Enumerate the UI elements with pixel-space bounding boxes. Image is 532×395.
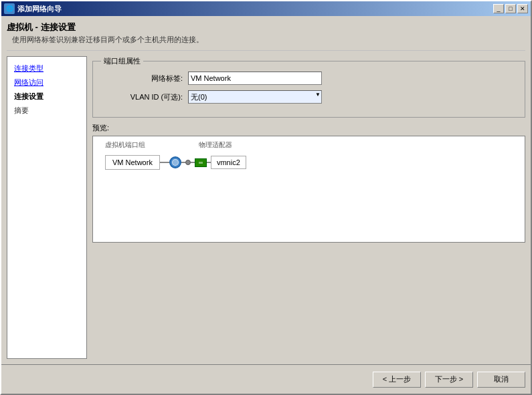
sidebar-item-summary: 摘要 [11,104,82,117]
preview-headers: 虚拟机端口组 物理适配器 [97,140,521,150]
separator [7,50,525,51]
network-icon-inner [172,159,179,166]
vlan-id-row: VLAN ID (可选): 无(0) 1 2 3 [101,90,517,104]
main-window: 🌐 添加网络向导 _ □ ✕ 虚拟机 - 连接设置 使用网络标签识别兼容迁移目两… [0,0,532,395]
preview-section: 预览: 虚拟机端口组 物理适配器 VM Network [92,123,525,359]
vlan-id-label: VLAN ID (可选): [101,92,188,102]
sidebar-item-connection-type[interactable]: 连接类型 [11,62,82,75]
preview-box: 虚拟机端口组 物理适配器 VM Network [92,136,525,243]
next-button[interactable]: 下一步 > [425,372,473,388]
page-title: 虚拟机 - 连接设置 [7,21,525,33]
network-icon [169,156,181,168]
title-bar-text: 🌐 添加网络向导 [4,3,62,14]
maximize-button[interactable]: □ [505,4,516,13]
sidebar: 连接类型 网络访问 连接设置 摘要 [7,56,87,359]
cancel-button[interactable]: 取消 [477,372,525,388]
page-subtitle: 使用网络标签识别兼容迁移目两个或多个主机共用的连接。 [12,35,525,45]
sidebar-item-connection-settings[interactable]: 连接设置 [11,90,82,103]
network-label-row: 网络标签: [101,72,517,85]
vm-group-name: VM Network [112,158,153,166]
connector-dot [185,160,191,165]
network-label-input[interactable] [188,72,322,85]
nic-icon [195,158,207,167]
window-icon: 🌐 [4,3,15,14]
vlan-id-select-wrapper: 无(0) 1 2 3 [188,90,322,104]
footer: < 上一步 下一步 > 取消 [1,364,531,394]
preview-label: 预览: [92,123,525,133]
preview-col-vm: 虚拟机端口组 [105,140,199,150]
phys-adapter-name: vmnic2 [217,158,240,166]
phys-adapter-box: vmnic2 [211,156,246,169]
network-label-label: 网络标签: [101,74,188,84]
port-group-legend: 端口组属性 [101,56,143,66]
header-section: 虚拟机 - 连接设置 使用网络标签识别兼容迁移目两个或多个主机共用的连接。 [7,21,525,45]
vlan-id-select[interactable]: 无(0) 1 2 3 [188,90,322,104]
right-panel: 端口组属性 网络标签: VLAN ID (可选): [87,56,525,359]
preview-diagram: VM Network [97,152,521,172]
content-area: 虚拟机 - 连接设置 使用网络标签识别兼容迁移目两个或多个主机共用的连接。 连接… [1,16,531,364]
title-bar: 🌐 添加网络向导 _ □ ✕ [1,1,531,16]
sidebar-item-network-access[interactable]: 网络访问 [11,76,82,89]
close-button[interactable]: ✕ [517,4,528,13]
port-group-fieldset: 端口组属性 网络标签: VLAN ID (可选): [92,56,525,118]
nic-icon-inner [199,162,203,164]
connector-line-1 [160,162,169,163]
title-bar-buttons: _ □ ✕ [493,4,528,13]
minimize-button[interactable]: _ [493,4,504,13]
back-button[interactable]: < 上一步 [373,372,421,388]
vm-group-box: VM Network [105,155,160,170]
preview-col-phys: 物理适配器 [199,140,232,150]
main-body: 连接类型 网络访问 连接设置 摘要 端口组属性 [7,56,525,359]
window-title: 添加网络向导 [17,4,62,14]
